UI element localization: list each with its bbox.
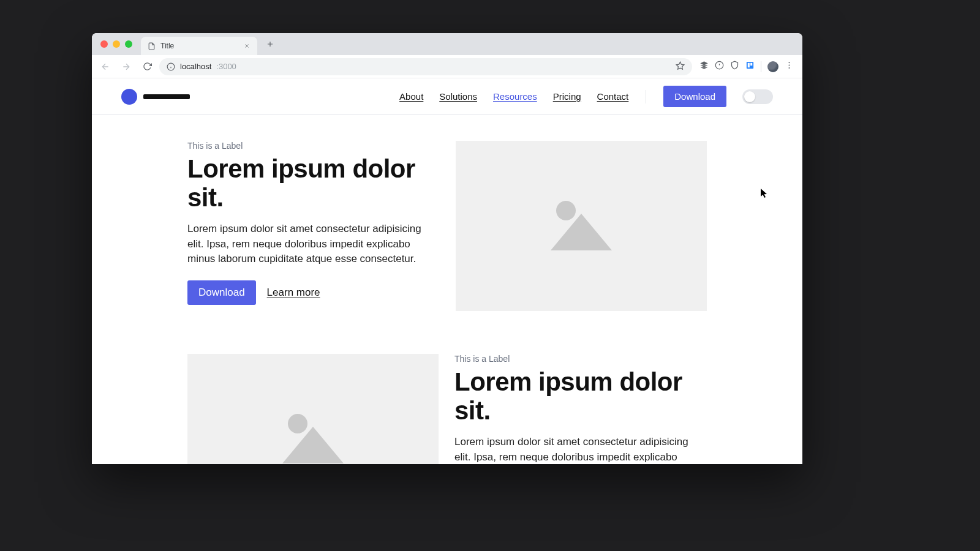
svg-point-18 — [789, 67, 790, 69]
bookmark-star-icon[interactable] — [676, 61, 685, 72]
trello-icon[interactable] — [745, 61, 755, 72]
nav-solutions[interactable]: Solutions — [439, 91, 477, 102]
extension-icons — [696, 61, 797, 72]
section-body: Lorem ipsum dolor sit amet consectetur a… — [187, 222, 440, 267]
logo[interactable] — [121, 89, 190, 105]
window-minimize-button[interactable] — [113, 40, 120, 48]
window-close-button[interactable] — [100, 40, 108, 48]
feature-section: This is a Label Lorem ipsum dolor sit. L… — [187, 141, 707, 311]
nav-download-button[interactable]: Download — [663, 86, 726, 107]
file-icon — [147, 42, 156, 50]
cta-row: Download Learn more — [187, 280, 440, 305]
browser-window: Title localhost:3000 — [92, 33, 802, 464]
primary-nav: About Solutions Resources Pricing Contac… — [399, 86, 773, 107]
info-circle-icon[interactable] — [715, 61, 724, 72]
address-bar[interactable]: localhost:3000 — [159, 58, 692, 75]
forward-button[interactable] — [118, 58, 135, 75]
url-host: localhost — [180, 62, 211, 71]
svg-rect-14 — [748, 63, 750, 68]
logo-wordmark — [143, 94, 190, 99]
svg-point-19 — [556, 201, 576, 220]
tab-title: Title — [160, 42, 174, 50]
svg-point-16 — [789, 62, 790, 63]
site-header: About Solutions Resources Pricing Contac… — [92, 78, 802, 115]
svg-marker-20 — [551, 214, 612, 250]
section-body: Lorem ipsum dolor sit amet consectetur a… — [454, 435, 707, 464]
nav-resources[interactable]: Resources — [493, 91, 537, 102]
info-icon — [167, 62, 175, 71]
download-button[interactable]: Download — [187, 280, 256, 305]
feature-section: This is a Label Lorem ipsum dolor sit. L… — [187, 354, 707, 464]
tab-strip: Title — [92, 33, 802, 55]
svg-marker-9 — [676, 62, 684, 69]
page-viewport: About Solutions Resources Pricing Contac… — [92, 78, 802, 464]
section-label: This is a Label — [454, 354, 707, 364]
window-controls — [100, 40, 132, 48]
theme-toggle[interactable] — [742, 89, 773, 104]
section-headline: Lorem ipsum dolor sit. — [454, 367, 707, 425]
feature-media — [456, 141, 707, 311]
window-zoom-button[interactable] — [125, 40, 132, 48]
logo-mark-icon — [121, 89, 137, 105]
layers-icon[interactable] — [699, 61, 709, 72]
back-button[interactable] — [97, 58, 114, 75]
svg-point-21 — [288, 414, 307, 433]
section-label: This is a Label — [187, 141, 440, 151]
svg-point-17 — [789, 65, 790, 66]
profile-avatar[interactable] — [767, 61, 778, 72]
url-port: :3000 — [216, 62, 236, 71]
feature-media — [187, 354, 439, 464]
nav-divider — [646, 90, 646, 103]
feature-text: This is a Label Lorem ipsum dolor sit. L… — [187, 141, 440, 305]
learn-more-link[interactable]: Learn more — [267, 287, 320, 299]
kebab-menu-icon[interactable] — [785, 61, 794, 72]
reload-button[interactable] — [138, 58, 156, 75]
new-tab-button[interactable] — [262, 36, 278, 52]
feature-text: This is a Label Lorem ipsum dolor sit. L… — [454, 354, 707, 464]
browser-tab[interactable]: Title — [141, 37, 257, 55]
nav-pricing[interactable]: Pricing — [553, 91, 581, 102]
nav-contact[interactable]: Contact — [597, 91, 629, 102]
toggle-knob — [744, 91, 755, 102]
image-placeholder — [456, 141, 707, 311]
svg-marker-22 — [282, 427, 344, 463]
svg-rect-15 — [750, 63, 752, 66]
nav-about[interactable]: About — [399, 91, 423, 102]
section-headline: Lorem ipsum dolor sit. — [187, 154, 440, 212]
browser-toolbar: localhost:3000 — [92, 55, 802, 78]
main-content: This is a Label Lorem ipsum dolor sit. L… — [92, 115, 802, 464]
svg-rect-13 — [747, 62, 753, 69]
divider — [761, 61, 761, 72]
shield-icon[interactable] — [730, 61, 739, 72]
close-tab-button[interactable] — [243, 42, 251, 50]
image-placeholder — [187, 354, 439, 464]
